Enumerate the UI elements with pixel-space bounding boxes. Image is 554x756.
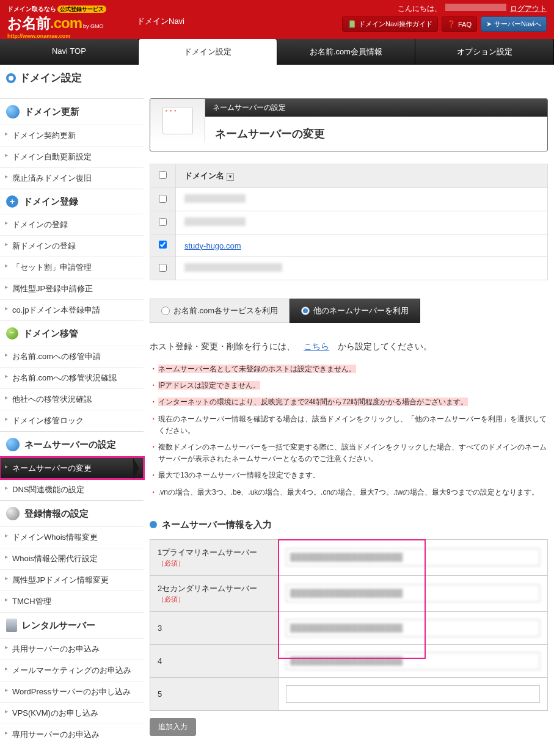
content-header: ネームサーバーの設定 ネームサーバーの変更 (150, 98, 548, 151)
sidebar-item[interactable]: 廃止済みドメイン復旧 (0, 167, 144, 189)
row-checkbox[interactable] (159, 264, 167, 272)
tab-onamae-services[interactable]: お名前.com各サービスを利用 (150, 299, 290, 323)
ns-label: 3 (150, 611, 279, 644)
sidebar-item[interactable]: 属性型JPドメイン情報変更 (0, 569, 144, 591)
masked-domain (184, 217, 246, 226)
row-checkbox[interactable] (159, 195, 167, 203)
ns-label: 5 (150, 677, 279, 710)
arrow-icon: ➤ (486, 20, 492, 28)
sidebar-item[interactable]: Whois情報公開代行設定 (0, 548, 144, 569)
main-content: ネームサーバーの設定 ネームサーバーの変更 ドメイン名▼ study-hugo.… (144, 92, 554, 756)
host-config-line: ホスト登録・変更・削除を行うには、 こちら から設定してください。 (150, 341, 548, 352)
ns-input-4[interactable] (286, 652, 540, 670)
help-icon: ❓ (447, 20, 456, 28)
sidebar-item[interactable]: 属性型JP登録申請修正 (0, 278, 144, 299)
greeting: こんにちは、ログアウト (342, 4, 547, 14)
sidebar-section-2: ドメイン移管 (0, 321, 144, 346)
col-domain-name[interactable]: ドメイン名▼ (176, 164, 548, 188)
logout-link[interactable]: ログアウト (510, 4, 547, 13)
note-item: 現在のネームサーバー情報を確認する場合は、該当ドメインをクリックし、「他のネーム… (150, 411, 548, 439)
sidebar-item[interactable]: メールマーケティングのお申込み (0, 660, 144, 681)
sidebar-section-5: レンタルサーバー (0, 612, 144, 638)
faq-button[interactable]: ❓FAQ (442, 16, 477, 32)
globe-icon (6, 438, 20, 451)
notes-list: ネームサーバー名として未登録のホストは設定できません。IPアドレスは設定できませ… (150, 361, 548, 501)
sidebar-item[interactable]: 他社への移管状況確認 (0, 388, 144, 410)
nameserver-table: 1プライマリネームサーバー （必須）2セカンダリネームサーバー （必須）345 (150, 539, 548, 711)
sidebar-item[interactable]: 共用サーバーのお申込み (0, 638, 144, 660)
username-masked (445, 4, 506, 11)
sidebar-item[interactable]: 新ドメインの登録 (0, 235, 144, 256)
ns-input-1[interactable] (286, 548, 540, 566)
arrow-icon (6, 327, 18, 340)
domain-cell (176, 257, 548, 280)
logo[interactable]: ドメイン取るなら公式登録サービス お名前.comby GMO http://ww… (7, 4, 106, 39)
sidebar: ドメイン更新ドメイン契約更新ドメイン自動更新設定廃止済みドメイン復旧+ドメイン登… (0, 92, 144, 756)
sidebar-section-1: +ドメイン登録 (0, 189, 144, 214)
sidebar-item[interactable]: ネームサーバーの変更 (0, 457, 144, 479)
sidebar-item[interactable]: co.jpドメイン本登録申請 (0, 299, 144, 321)
gear-icon (6, 507, 20, 520)
sidebar-item[interactable]: 専用サーバーのお申込み (0, 724, 144, 745)
domain-cell: study-hugo.com (176, 234, 548, 257)
sidebar-item[interactable]: ドメイン自動更新設定 (0, 146, 144, 167)
option-tabs: お名前.com各サービスを利用 他のネームサーバーを利用 (150, 299, 548, 323)
note-item: ネームサーバー名として未登録のホストは設定できません。 (150, 361, 548, 377)
bullet-icon (150, 521, 157, 528)
document-icon (162, 107, 193, 134)
header-image (150, 99, 205, 142)
circle-icon (6, 73, 16, 83)
row-checkbox[interactable] (159, 241, 167, 249)
book-icon: 📗 (348, 20, 356, 28)
card-title: ネームサーバーの変更 (205, 117, 547, 151)
sidebar-section-3: ネームサーバーの設定 (0, 432, 144, 457)
masked-domain (184, 194, 246, 203)
ns-label: 1プライマリネームサーバー （必須） (150, 539, 279, 575)
ns-input-3[interactable] (286, 619, 540, 637)
page-title: ドメイン設定 (0, 65, 554, 92)
domain-table: ドメイン名▼ study-hugo.com (150, 164, 548, 280)
server-icon (6, 619, 17, 632)
row-checkbox[interactable] (159, 218, 167, 226)
nav-tab-2[interactable]: お名前.com会員情報 (277, 39, 416, 65)
sidebar-item[interactable]: WordPressサーバーのお申し込み (0, 681, 144, 702)
sidebar-item[interactable]: お名前.comへの移管状況確認 (0, 367, 144, 388)
note-item: 最大で13のネームサーバー情報を設定できます。 (150, 467, 548, 484)
sidebar-section-4: 登録情報の設定 (0, 501, 144, 526)
server-navi-button[interactable]: ➤サーバーNaviへ (481, 16, 547, 32)
nav-tab-1[interactable]: ドメイン設定 (139, 39, 277, 65)
header: ドメイン取るなら公式登録サービス お名前.comby GMO http://ww… (0, 0, 554, 65)
select-all-checkbox[interactable] (159, 171, 167, 179)
sidebar-section-0: ドメイン更新 (0, 99, 144, 125)
nav-tab-0[interactable]: Navi TOP (0, 39, 139, 65)
sidebar-item[interactable]: DNS関連機能の設定 (0, 479, 144, 500)
tab-other-nameserver[interactable]: 他のネームサーバーを利用 (290, 299, 420, 323)
sidebar-item[interactable]: VPS(KVM)のお申し込み (0, 702, 144, 724)
ns-label: 2セカンダリネームサーバー （必須） (150, 575, 279, 611)
domain-link[interactable]: study-hugo.com (184, 241, 241, 250)
header-subtitle: ドメインNavi (137, 16, 184, 27)
logo-tagline: ドメイン取るなら (7, 5, 56, 12)
ns-input-5[interactable] (286, 685, 540, 703)
ns-label: 4 (150, 644, 279, 677)
nav-tab-3[interactable]: オプション設定 (415, 39, 554, 65)
add-icon: + (6, 195, 18, 208)
add-row-button[interactable]: 追加入力 (150, 718, 196, 736)
radio-icon (301, 307, 310, 315)
domain-cell (176, 188, 548, 211)
sidebar-item[interactable]: お名前.comへの移管申請 (0, 346, 144, 367)
sidebar-item[interactable]: TMCH管理 (0, 591, 144, 612)
domain-cell (176, 211, 548, 234)
guide-button[interactable]: 📗ドメインNavi操作ガイド (342, 16, 438, 32)
logo-badge: 公式登録サービス (57, 5, 106, 13)
sidebar-item[interactable]: ドメインの登録 (0, 214, 144, 235)
sidebar-item[interactable]: 「セット割」申請管理 (0, 256, 144, 278)
sidebar-item[interactable]: ドメイン契約更新 (0, 125, 144, 146)
sidebar-item[interactable]: ドメイン移管ロック (0, 410, 144, 431)
host-config-link[interactable]: こちら (304, 341, 329, 351)
breadcrumb: ネームサーバーの設定 (205, 99, 547, 117)
ns-input-2[interactable] (286, 584, 540, 602)
sort-icon[interactable]: ▼ (227, 173, 234, 181)
sidebar-item[interactable]: ドメインWhois情報変更 (0, 526, 144, 548)
note-item: IPアドレスは設定できません。 (150, 377, 548, 394)
